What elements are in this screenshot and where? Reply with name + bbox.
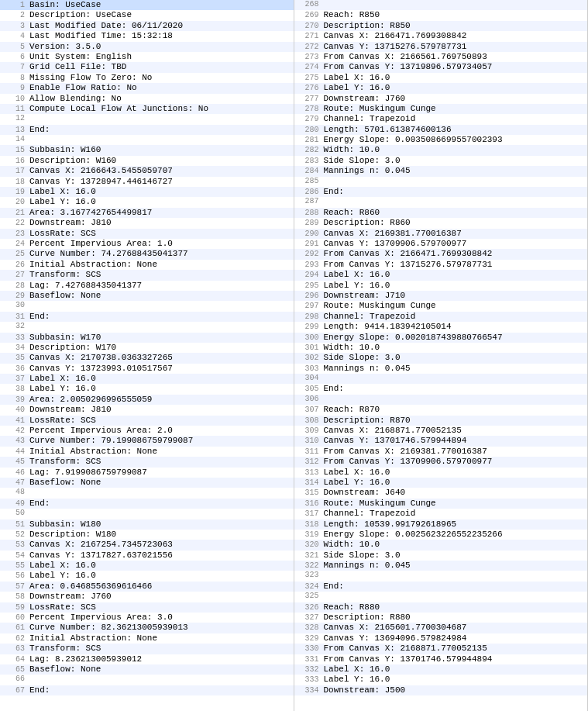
line-number: 294 (297, 271, 319, 279)
line-number: 298 (297, 312, 319, 321)
line-number: 61 (3, 623, 25, 632)
line-text: Label Y: 16.0 (324, 83, 390, 92)
line-text: Mannings n: 0.045 (324, 364, 411, 373)
line-text: Mannings n: 0.045 (324, 166, 411, 175)
line-number: 45 (3, 457, 25, 466)
line-number: 43 (3, 437, 25, 445)
line-number: 295 (297, 281, 319, 290)
line-number: 292 (297, 250, 319, 258)
line-number: 332 (297, 665, 319, 674)
line-number: 299 (297, 323, 319, 331)
line-text: Width: 10.0 (324, 145, 380, 154)
line-number: 53 (3, 540, 25, 549)
line-number: 312 (297, 457, 319, 466)
line-text: Transform: SCS (29, 457, 101, 466)
line-text: Channel: Trapezoid (324, 114, 416, 123)
line: 315 Downstream: J640 (294, 488, 588, 498)
line-number: 24 (3, 240, 25, 248)
line-text: Label X: 16.0 (324, 664, 390, 674)
line-text: Lag: 8.236213005939012 (29, 654, 142, 664)
line: 18 Canvas Y: 13728947.446146727 (0, 177, 294, 187)
line: 279 Channel: Trapezoid (294, 114, 588, 124)
line: 9 Enable Flow Ratio: No (0, 83, 294, 93)
line-number: 9 (3, 84, 25, 92)
line-text: Canvas X: 2168871.770052135 (324, 426, 462, 435)
line-text: Canvas X: 2165601.7700304687 (324, 623, 467, 632)
line-number: 301 (297, 343, 319, 352)
line-text: End: (29, 499, 50, 508)
line-number: 269 (297, 11, 319, 19)
line: 53 Canvas X: 2167254.7345723063 (0, 540, 294, 550)
line-text: Reach: R860 (324, 208, 380, 217)
line-text: Canvas Y: 13717827.637021556 (29, 551, 173, 560)
line-text: Canvas X: 2169381.770016387 (324, 229, 462, 238)
line-text: Area: 3.16774276544998​17 (29, 208, 152, 217)
line: 322 Mannings n: 0.045 (294, 561, 588, 571)
line-number: 334 (297, 686, 319, 695)
line-number: 62 (3, 634, 25, 643)
line-text: Canvas X: 2170738.0363327265 (29, 353, 173, 362)
line-text: End: (324, 187, 344, 196)
line: 8 Missing Flow To Zero: No (0, 73, 294, 83)
line-text: Description: UseCase (29, 10, 132, 19)
line: 62 Initial Abstraction: None (0, 633, 294, 644)
line-text: Width: 10.0 (324, 540, 380, 549)
line-number: 44 (3, 447, 25, 456)
line: 318 Length: 10539.991792618965 (294, 519, 588, 530)
line-number: 311 (297, 447, 319, 456)
line-text: Channel: Trapezoid (324, 312, 416, 321)
line-text: Baseflow: None (29, 478, 101, 487)
line-text: Curve Number: 79.199086759799087 (29, 436, 193, 445)
line-number: 52 (3, 530, 25, 539)
line-number: 308 (297, 416, 319, 425)
line: 330 From Canvas X: 2168871.770052135 (294, 644, 588, 654)
line-text: Canvas Y: 13728947.446146727 (29, 177, 173, 186)
line-text: Label Y: 16.0 (29, 384, 96, 393)
line-text: Description: R870 (324, 416, 411, 425)
line-text: Side Slope: 3.0 (324, 551, 401, 560)
line: 303 Mannings n: 0.045 (294, 364, 588, 374)
line: 291 Canvas Y: 13709906.579700977 (294, 239, 588, 249)
line: 2 Description: UseCase (0, 10, 294, 20)
line: 49End: (0, 499, 294, 509)
line-number: 39 (3, 395, 25, 404)
line-text: Allow Blending: No (29, 94, 122, 103)
line: 28 Lag: 7.427688435041377 (0, 281, 294, 291)
right-pane: 268269Reach: R850270 Description: R85027… (294, 0, 589, 711)
line-number: 273 (297, 53, 319, 61)
line-text: Reach: R850 (324, 10, 380, 19)
line: 57 Area: 0.6468556369616466 (0, 582, 294, 592)
line: 296 Downstream: J710 (294, 291, 588, 301)
line-text: Energy Slope: 0.0025623226552235266 (324, 530, 503, 539)
line-text: From Canvas X: 2168871.770052135 (324, 644, 487, 653)
line-text: Label X: 16.0 (324, 468, 390, 477)
line: 21 Area: 3.16774276544998​17 (0, 208, 294, 218)
line-text: End: (324, 384, 344, 393)
line: 316 Route: Muskingum Cunge (294, 499, 588, 509)
line-text: Label X: 16.0 (29, 374, 96, 383)
line-number: 34 (3, 343, 25, 352)
line-number: 278 (297, 105, 319, 113)
line-number: 302 (297, 354, 319, 362)
line-number: 324 (297, 582, 319, 591)
line-number: 313 (297, 468, 319, 477)
line-text: Initial Abstraction: None (29, 633, 157, 643)
line-text: Canvas Y: 13723993.010517567 (29, 364, 173, 373)
line-number: 66 (3, 675, 25, 683)
line-text: LossRate: SCS (29, 229, 96, 238)
line-number: 5 (3, 43, 25, 51)
line: 275 Label X: 16.0 (294, 73, 588, 83)
line-number: 297 (297, 302, 319, 310)
line-number: 325 (297, 592, 319, 600)
line: 56 Label Y: 16.0 (0, 571, 294, 581)
line-text: End: (29, 125, 50, 134)
line-number: 65 (3, 665, 25, 674)
line: 55 Label X: 16.0 (0, 561, 294, 571)
line-text: Length: 5701.613874600136 (324, 125, 452, 134)
line: 66 (0, 675, 294, 685)
line: 41 LossRate: SCS (0, 416, 294, 426)
line: 269Reach: R850 (294, 10, 588, 20)
line: 280 Length: 5701.613874600136 (294, 125, 588, 135)
line-number: 306 (297, 395, 319, 403)
line-number: 272 (297, 43, 319, 51)
